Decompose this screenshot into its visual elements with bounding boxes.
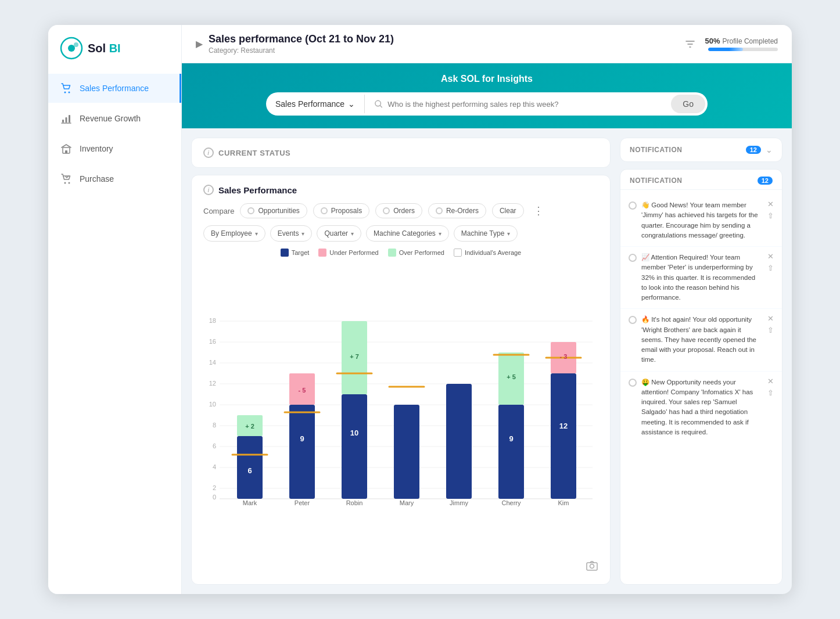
- sidebar-item-revenue-growth[interactable]: Revenue Growth: [48, 104, 181, 133]
- close-notification-icon[interactable]: ✕: [767, 377, 774, 385]
- svg-text:9: 9: [509, 434, 513, 443]
- page-header: ▶ Sales performance (Oct 21 to Nov 21) C…: [182, 25, 792, 63]
- sidebar-item-label: Inventory: [80, 144, 113, 153]
- filter-machine-type[interactable]: Machine Type ▾: [454, 225, 518, 242]
- sidebar-item-label: Revenue Growth: [80, 114, 141, 123]
- profile-progress-bar: [708, 48, 778, 51]
- profile-label: Profile Completed: [723, 37, 778, 45]
- filter-quarter[interactable]: Quarter ▾: [317, 225, 361, 242]
- chart-container: Target Under Performed Over Performed: [203, 249, 598, 575]
- share-icon[interactable]: ⇧: [767, 211, 774, 220]
- clear-button[interactable]: Clear: [492, 203, 524, 218]
- sidebar-item-label: Sales Performance: [80, 84, 149, 93]
- more-options-icon[interactable]: ⋮: [530, 202, 547, 219]
- legend-over: Over Performed: [388, 249, 444, 257]
- filter-events[interactable]: Events ▾: [270, 225, 313, 242]
- compare-opportunities-btn[interactable]: Opportunities: [240, 203, 307, 218]
- target-swatch: [281, 249, 289, 257]
- svg-text:Jimmy: Jimmy: [450, 499, 468, 506]
- close-notification-icon[interactable]: ✕: [767, 200, 774, 208]
- profile-complete: 50% Profile Completed: [705, 37, 778, 51]
- panels-container: i CURRENT STATUS i Sales Performance Com…: [182, 128, 792, 594]
- svg-text:Robin: Robin: [346, 499, 363, 506]
- close-notification-icon[interactable]: ✕: [767, 315, 774, 322]
- notification-header-card: NOTIFICATION 12 ⌄: [620, 138, 782, 162]
- ask-sol-banner: Ask SOL for Insights Sales Performance ⌄…: [182, 63, 792, 128]
- share-icon[interactable]: ⇧: [767, 264, 774, 272]
- notif-actions: ✕ ⇧: [767, 200, 774, 220]
- notification-items: 👋 Good News! Your team member 'Jimmy' ha…: [620, 190, 782, 584]
- radio-dot: [321, 207, 328, 214]
- expand-icon[interactable]: ▶: [196, 38, 203, 49]
- logo-icon: [60, 37, 83, 60]
- chevron-icon: ▾: [351, 231, 354, 237]
- svg-text:6: 6: [213, 442, 216, 449]
- compare-proposals-btn[interactable]: Proposals: [313, 203, 369, 218]
- sidebar-item-purchase[interactable]: Purchase: [48, 164, 181, 193]
- svg-point-10: [64, 182, 66, 184]
- svg-text:4: 4: [213, 463, 216, 470]
- compare-reorders-btn[interactable]: Re-Orders: [428, 203, 486, 218]
- share-icon[interactable]: ⇧: [767, 388, 774, 397]
- close-notification-icon[interactable]: ✕: [767, 253, 774, 260]
- notification-radio[interactable]: [629, 316, 637, 324]
- notif-emoji: 👋: [641, 201, 651, 208]
- svg-text:8: 8: [213, 422, 216, 429]
- camera-icon[interactable]: [586, 559, 598, 575]
- main-content: ▶ Sales performance (Oct 21 to Nov 21) C…: [182, 25, 792, 594]
- svg-text:0: 0: [213, 494, 216, 501]
- compare-orders-btn[interactable]: Orders: [375, 203, 422, 218]
- notification-text: 📈 Attention Required! Your team member '…: [641, 253, 763, 303]
- profile-bar-fill: [708, 48, 743, 51]
- ask-sol-input-row: Sales Performance ⌄ Go: [266, 92, 708, 116]
- header-right: 50% Profile Completed: [684, 37, 778, 51]
- notif-actions: ✕ ⇧: [767, 377, 774, 397]
- chart-legend: Target Under Performed Over Performed: [203, 249, 598, 257]
- svg-text:+ 2: + 2: [245, 423, 254, 430]
- filter-by-employee[interactable]: By Employee ▾: [203, 225, 265, 242]
- sidebar-item-inventory[interactable]: Inventory: [48, 134, 181, 163]
- svg-text:12: 12: [559, 422, 568, 430]
- share-icon[interactable]: ⇧: [767, 326, 774, 334]
- bar-kim-base: [551, 373, 576, 499]
- notification-item: 🤑 New Opportunity needs your attention! …: [620, 372, 782, 444]
- page-subtitle: Category: Restaurant: [209, 46, 394, 55]
- svg-text:9: 9: [300, 434, 304, 443]
- svg-rect-7: [69, 115, 70, 123]
- ask-sol-input[interactable]: [387, 100, 662, 109]
- svg-point-11: [69, 182, 70, 184]
- svg-text:+ 5: + 5: [507, 373, 516, 380]
- svg-point-4: [69, 92, 70, 93]
- sidebar-item-sales-performance[interactable]: Sales Performance: [48, 74, 181, 103]
- filter-machine-categories[interactable]: Machine Categories ▾: [366, 225, 449, 242]
- legend-under: Under Performed: [318, 249, 378, 257]
- svg-rect-6: [66, 117, 67, 123]
- logo: Sol BI: [48, 37, 181, 74]
- building-icon: [60, 142, 73, 155]
- chevron-down-icon[interactable]: ⌄: [766, 145, 773, 154]
- bar-robin-base: [342, 394, 367, 499]
- notification-radio[interactable]: [629, 379, 637, 387]
- filter-icon[interactable]: [684, 38, 696, 50]
- go-button[interactable]: Go: [671, 95, 705, 113]
- notification-text: 🔥 It's hot again! Your old opportunity '…: [641, 315, 763, 365]
- svg-text:Cherry: Cherry: [501, 499, 521, 506]
- svg-point-3: [64, 92, 66, 93]
- ask-sol-category-dropdown[interactable]: Sales Performance ⌄: [266, 95, 365, 113]
- bar-chart-svg: 18 16 14 12 10 8 6 4 2 0: [203, 261, 598, 561]
- notif-actions: ✕ ⇧: [767, 253, 774, 272]
- header-left: ▶ Sales performance (Oct 21 to Nov 21) C…: [196, 33, 394, 55]
- svg-text:Peter: Peter: [295, 499, 310, 506]
- notif-emoji: 📈: [641, 254, 651, 261]
- notification-text: 🤑 New Opportunity needs your attention! …: [641, 377, 763, 438]
- info-icon-2: i: [203, 185, 214, 195]
- compare-row: Compare Opportunities Proposals: [203, 202, 598, 219]
- chevron-icon: ▾: [439, 231, 441, 237]
- notification-item: 🔥 It's hot again! Your old opportunity '…: [620, 309, 782, 371]
- notification-radio[interactable]: [629, 201, 637, 210]
- current-status-header: i CURRENT STATUS: [203, 147, 598, 158]
- radio-dot: [436, 207, 443, 214]
- svg-text:Mark: Mark: [243, 499, 257, 506]
- notification-radio[interactable]: [629, 254, 637, 262]
- sales-perf-title: i Sales Performance: [203, 185, 598, 195]
